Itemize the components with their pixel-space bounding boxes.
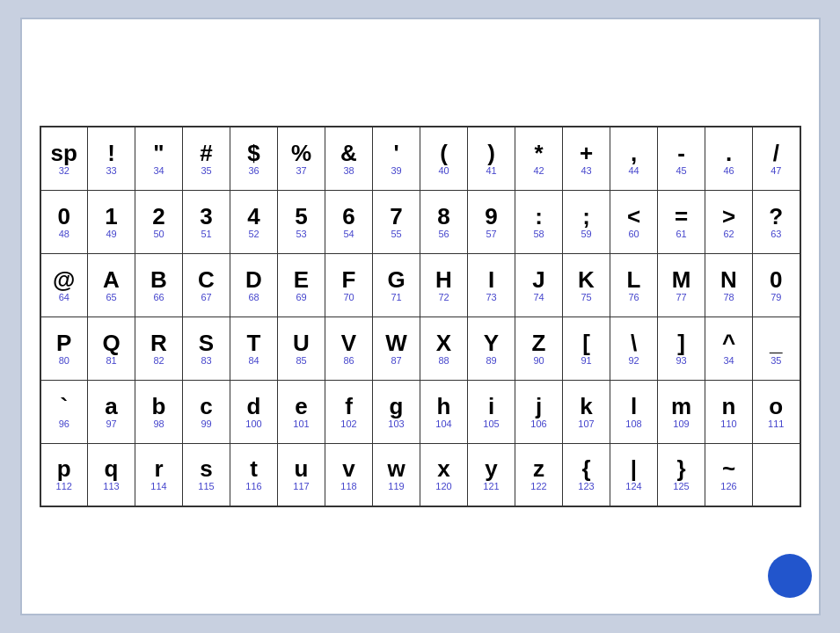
- ascii-char: b: [137, 395, 180, 418]
- ascii-code: 120: [422, 482, 465, 491]
- ascii-cell: Y89: [468, 316, 515, 380]
- ascii-cell: (40: [420, 127, 468, 190]
- ascii-cell: l108: [610, 380, 658, 443]
- ascii-char: +: [565, 142, 608, 164]
- table-row: @64A65B66C67D68E69F70G71H72I73J74K75L76M…: [40, 253, 800, 316]
- ascii-cell: ,44: [610, 127, 658, 190]
- ascii-cell: R82: [135, 316, 183, 380]
- ascii-code: 78: [707, 293, 750, 302]
- ascii-code: 106: [517, 419, 560, 429]
- ascii-char: 0: [43, 205, 86, 228]
- ascii-code: 114: [137, 482, 180, 491]
- ascii-cell: r114: [135, 443, 183, 506]
- ascii-char: R: [137, 331, 180, 354]
- ascii-code: 38: [327, 166, 370, 176]
- ascii-cell: B66: [135, 253, 183, 316]
- ascii-char: L: [612, 268, 655, 291]
- ascii-code: 102: [327, 419, 370, 429]
- ascii-cell: ~126: [705, 443, 753, 506]
- ascii-code: 48: [43, 229, 86, 239]
- ascii-code: 55: [375, 229, 418, 239]
- ascii-char: H: [422, 268, 465, 291]
- ascii-cell: sp32: [40, 127, 88, 190]
- ascii-cell: G71: [373, 253, 420, 316]
- ascii-cell: !33: [88, 127, 135, 190]
- ascii-cell: E69: [278, 253, 325, 316]
- ascii-code: 82: [137, 356, 180, 366]
- ascii-cell: C67: [183, 253, 230, 316]
- ascii-cell: V86: [325, 316, 373, 380]
- ascii-cell: -45: [658, 127, 705, 190]
- ascii-code: 79: [755, 293, 798, 302]
- ascii-char: m: [660, 395, 703, 418]
- ascii-code: 61: [660, 229, 703, 239]
- ascii-char: -: [660, 142, 703, 164]
- ascii-char: r: [137, 457, 180, 480]
- ascii-code: 115: [185, 482, 228, 491]
- ascii-code: 122: [517, 482, 560, 491]
- ascii-cell: <60: [610, 190, 658, 253]
- ascii-char: %: [280, 142, 323, 164]
- ascii-code: 65: [90, 293, 133, 302]
- ascii-char: 0: [755, 268, 798, 291]
- ascii-char: a: [90, 395, 133, 418]
- ascii-char: 9: [470, 205, 513, 228]
- ascii-cell: X88: [420, 316, 468, 380]
- ascii-cell: _35: [753, 316, 800, 380]
- ascii-cell: J74: [515, 253, 563, 316]
- ascii-char: z: [517, 457, 560, 480]
- ascii-code: 63: [755, 229, 798, 239]
- ascii-code: 53: [280, 229, 323, 239]
- ascii-table: sp32!33"34#35$36%37&38'39(40)41*42+43,44…: [40, 126, 801, 507]
- ascii-code: 104: [422, 419, 465, 429]
- ascii-char: 3: [185, 205, 228, 228]
- ascii-char: p: [43, 457, 86, 480]
- ascii-cell: i105: [468, 380, 515, 443]
- ascii-code: 93: [660, 356, 703, 366]
- ascii-code: 37: [280, 166, 323, 176]
- ascii-cell: 957: [468, 190, 515, 253]
- ascii-cell: y121: [468, 443, 515, 506]
- ascii-code: 69: [280, 293, 323, 302]
- ascii-code: 118: [327, 482, 370, 491]
- ascii-cell: q113: [88, 443, 135, 506]
- ascii-cell: |124: [610, 443, 658, 506]
- ascii-code: 40: [422, 166, 465, 176]
- ascii-code: 71: [375, 293, 418, 302]
- ascii-code: 60: [612, 229, 655, 239]
- ascii-code: 58: [517, 229, 560, 239]
- ascii-char: y: [470, 457, 513, 480]
- ascii-char: ?: [755, 205, 798, 228]
- ascii-code: 43: [565, 166, 608, 176]
- ascii-cell: /47: [753, 127, 800, 190]
- ascii-cell: :58: [515, 190, 563, 253]
- ascii-cell: @64: [40, 253, 88, 316]
- ascii-cell: H72: [420, 253, 468, 316]
- ascii-cell: ;59: [563, 190, 610, 253]
- ascii-char: &: [327, 142, 370, 164]
- ascii-cell: e101: [278, 380, 325, 443]
- ascii-char: D: [232, 268, 275, 291]
- ascii-cell: 654: [325, 190, 373, 253]
- ascii-char: q: [90, 457, 133, 480]
- ascii-cell: U85: [278, 316, 325, 380]
- ascii-cell: n110: [705, 380, 753, 443]
- ascii-char: X: [422, 331, 465, 354]
- ascii-code: 83: [185, 356, 228, 366]
- ascii-cell: F70: [325, 253, 373, 316]
- ascii-char: ^: [707, 331, 750, 354]
- ascii-cell: k107: [563, 380, 610, 443]
- ascii-cell: I73: [468, 253, 515, 316]
- ascii-char: N: [707, 268, 750, 291]
- ascii-cell: "34: [135, 127, 183, 190]
- ascii-cell: &38: [325, 127, 373, 190]
- ascii-cell: K75: [563, 253, 610, 316]
- ascii-cell: 250: [135, 190, 183, 253]
- ascii-cell: *42: [515, 127, 563, 190]
- ascii-code: 124: [612, 482, 655, 491]
- ascii-cell: z122: [515, 443, 563, 506]
- ascii-char: W: [375, 331, 418, 354]
- ascii-char: F: [327, 268, 370, 291]
- ascii-cell: [91: [563, 316, 610, 380]
- ascii-cell: L76: [610, 253, 658, 316]
